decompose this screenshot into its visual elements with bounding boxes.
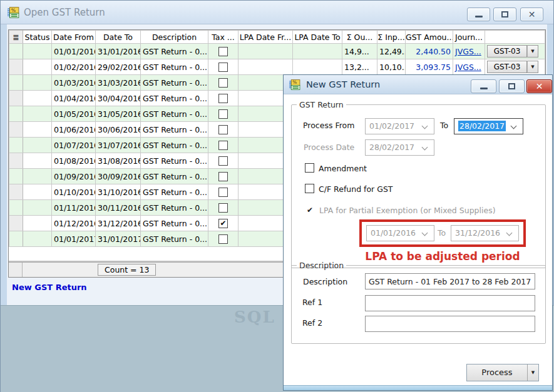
ref1-input[interactable] xyxy=(365,295,535,311)
tax-checkbox[interactable] xyxy=(218,172,228,181)
gst03-button[interactable]: GST-03 xyxy=(487,45,527,58)
tax-checkbox[interactable] xyxy=(218,63,228,72)
column-header[interactable]: LPA Date Fr... xyxy=(239,31,293,44)
row-count: Count = 13 xyxy=(98,264,156,276)
tax-checkbox[interactable] xyxy=(218,234,228,244)
maximize-button[interactable] xyxy=(493,8,516,21)
column-header[interactable]: Date From xyxy=(52,31,96,44)
lpa-to-label: To xyxy=(438,228,446,238)
table-row[interactable]: 01/02/201629/02/2016GST Return - 0...13,… xyxy=(9,59,545,75)
cell-date-to: 31/10/2016 xyxy=(96,184,141,200)
lpa-checkmark-icon[interactable]: ✔ xyxy=(307,206,313,214)
journal-link[interactable]: JVGS... xyxy=(455,63,481,72)
column-header[interactable]: Σ Inp... xyxy=(377,31,406,44)
cell-status xyxy=(23,169,52,184)
dialog-minimize-button[interactable] xyxy=(471,79,496,93)
gst03-button[interactable]: GST-03 xyxy=(487,61,527,73)
cell-date-to: 31/01/2016 xyxy=(96,44,141,59)
column-header[interactable]: Date To xyxy=(96,31,141,44)
cell-description: GST Return - 0... xyxy=(141,122,208,138)
row-indicator xyxy=(9,44,23,59)
tax-checkbox[interactable] xyxy=(218,188,228,197)
process-to-combobox[interactable]: 28/02/2017 xyxy=(454,118,523,134)
close-icon-button[interactable]: ✕ xyxy=(520,8,543,21)
tax-checkbox[interactable] xyxy=(218,47,228,56)
minimize-icon xyxy=(480,88,488,89)
process-button[interactable]: Process ▼ xyxy=(466,364,539,381)
cell-sum-output: 14,9... xyxy=(342,44,377,59)
amendment-checkbox[interactable] xyxy=(305,163,314,173)
chevron-down-icon xyxy=(422,123,428,129)
cell-sum-input: 12,49... xyxy=(377,44,406,59)
cell-sum-output: 13,2... xyxy=(342,59,377,75)
list-icon[interactable]: ≣ xyxy=(9,31,23,44)
row-indicator xyxy=(9,216,23,231)
process-from-label: Process From xyxy=(303,121,354,130)
process-dropdown-arrow-icon[interactable]: ▼ xyxy=(527,364,538,381)
svg-text:%: % xyxy=(292,79,297,85)
cell-tax xyxy=(208,122,239,138)
minimize-button[interactable] xyxy=(467,8,490,21)
cell-journal: JVGS... xyxy=(453,59,485,75)
process-from-combobox[interactable]: 01/02/2017 xyxy=(365,118,434,134)
column-header[interactable]: Journ... xyxy=(453,31,485,44)
cell-tax xyxy=(208,169,239,184)
cell-status xyxy=(23,91,52,106)
column-header[interactable]: Status xyxy=(23,31,52,44)
process-date-label: Process Date xyxy=(304,143,354,152)
column-header[interactable] xyxy=(485,31,545,44)
description-input[interactable] xyxy=(365,273,535,289)
column-header[interactable]: Description xyxy=(141,31,208,44)
new-gst-return-link[interactable]: New GST Return xyxy=(12,283,87,292)
cell-date-to: 31/07/2016 xyxy=(96,138,141,153)
tax-checkbox[interactable] xyxy=(218,156,228,166)
row-indicator xyxy=(9,59,23,75)
dropdown-arrow-icon[interactable]: ▼ xyxy=(527,45,538,58)
cell-description: GST Return - 0... xyxy=(141,153,208,169)
column-header[interactable]: LPA Date To xyxy=(293,31,342,44)
cell-date-from: 01/05/2016 xyxy=(52,106,96,122)
dialog-title: New GST Return xyxy=(306,79,380,89)
tax-checkbox[interactable] xyxy=(218,94,228,103)
cell-tax xyxy=(208,200,239,216)
gst03-split-button: GST-03▼ xyxy=(487,61,543,73)
column-header[interactable]: GST Amou... xyxy=(406,31,453,44)
tax-checkbox[interactable] xyxy=(218,109,228,119)
lpa-label: LPA for Partial Exemption (or Mixed Supp… xyxy=(319,206,496,215)
cf-refund-checkbox[interactable] xyxy=(305,184,314,193)
cell-date-to: 30/09/2016 xyxy=(96,169,141,184)
cell-status xyxy=(23,200,52,216)
lpa-to-combobox[interactable]: 31/12/2016 xyxy=(451,225,519,241)
cell-date-from: 01/07/2016 xyxy=(52,138,96,153)
dropdown-arrow-icon[interactable]: ▼ xyxy=(527,61,538,73)
process-to-label: To xyxy=(440,121,448,130)
dialog-maximize-button[interactable] xyxy=(499,79,525,93)
window-title: Open GST Return xyxy=(24,7,105,18)
ref2-input[interactable] xyxy=(365,316,535,332)
tax-checkbox[interactable] xyxy=(218,125,228,134)
process-date-combobox[interactable]: 28/02/2017 xyxy=(365,139,434,156)
tax-checkbox[interactable] xyxy=(218,78,228,88)
cell-date-to: 31/03/2016 xyxy=(96,75,141,91)
cell-date-from: 01/04/2016 xyxy=(52,91,96,106)
dialog-close-button[interactable]: ✕ xyxy=(526,79,552,93)
table-row[interactable]: 01/01/201631/01/2016GST Return - 0...14,… xyxy=(9,44,545,59)
cell-status xyxy=(23,106,52,122)
column-header[interactable]: Σ Ou... xyxy=(342,31,377,44)
journal-link[interactable]: JVGS... xyxy=(455,47,481,56)
lpa-from-combobox[interactable]: 01/01/2016 xyxy=(366,225,434,241)
cell-date-to: 31/01/2017 xyxy=(96,231,141,247)
cell-status xyxy=(23,138,52,153)
dialog-bottom-frame xyxy=(284,385,552,390)
ref1-label: Ref 1 xyxy=(302,298,322,307)
tax-checkbox[interactable] xyxy=(218,203,228,213)
screen: % Open GST Return ✕ ≣StatusDa xyxy=(0,0,554,392)
cell-date-from: 01/10/2016 xyxy=(52,184,96,200)
cell-date-to: 31/05/2016 xyxy=(96,106,141,122)
tax-checkbox[interactable] xyxy=(218,141,228,150)
tax-checkbox[interactable]: ✔ xyxy=(218,219,228,228)
row-indicator xyxy=(9,91,23,106)
row-indicator xyxy=(9,184,23,200)
column-header[interactable]: Tax ... xyxy=(208,31,239,44)
cell-tax xyxy=(208,75,239,91)
